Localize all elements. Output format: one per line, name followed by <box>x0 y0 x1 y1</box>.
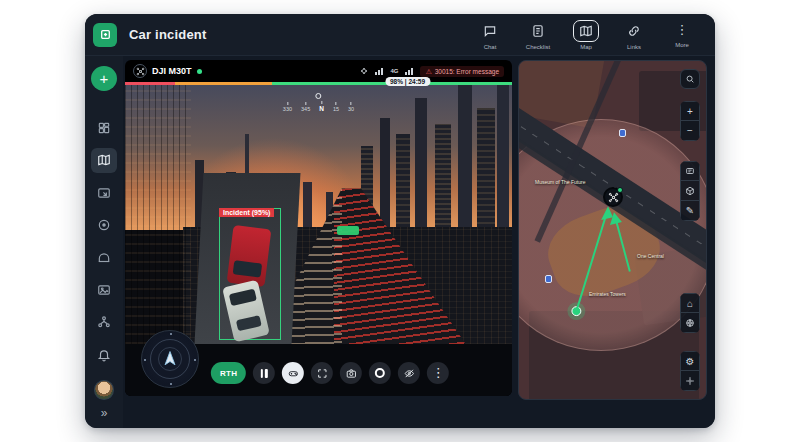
precision-move-button[interactable] <box>311 362 333 384</box>
camera-button[interactable] <box>340 362 362 384</box>
map-zoom-in-button[interactable]: + <box>680 101 700 121</box>
rth-button[interactable]: RTH <box>211 362 246 384</box>
topbar-map-button[interactable]: Map <box>567 20 605 50</box>
drone-icon <box>136 67 145 76</box>
gimbal-yaw-icon <box>315 93 321 99</box>
record-icon <box>375 368 385 378</box>
red-car <box>227 225 272 287</box>
sidebar-item-dashboard[interactable] <box>91 115 117 140</box>
screen: Car incident Chat Checklist <box>0 0 800 442</box>
topbar-actions: Chat Checklist Map <box>471 20 701 50</box>
foreground-building <box>125 85 191 344</box>
more-controls-button[interactable]: ⋮ <box>427 362 449 384</box>
kebab-icon: ⋮ <box>432 367 445 379</box>
map-search-button[interactable] <box>680 69 700 89</box>
map-layers-button[interactable] <box>680 161 700 181</box>
app-window: Car incident Chat Checklist <box>85 14 715 428</box>
logo-icon <box>99 28 112 41</box>
topbar-chat-button[interactable]: Chat <box>471 20 509 50</box>
drone-icon <box>608 192 619 203</box>
checklist-icon <box>525 20 551 42</box>
map-zoom-controls: + − <box>680 101 700 141</box>
sidebar-item-map[interactable] <box>91 148 117 173</box>
record-button[interactable] <box>369 362 391 384</box>
plus-icon: + <box>687 106 693 117</box>
video-feed-panel[interactable]: DJI M30T 4G ⚠ 30015: Error message <box>125 60 512 396</box>
vehicle-track-chip[interactable] <box>337 226 359 235</box>
pencil-icon: ✎ <box>686 205 694 216</box>
map-locate-button[interactable] <box>680 371 700 391</box>
incident-detection-box[interactable]: Incident (95%) <box>219 208 281 340</box>
sidebar: + <box>85 56 123 428</box>
topbar-checklist-button[interactable]: Checklist <box>519 20 557 50</box>
sidebar-item-media[interactable] <box>91 277 117 302</box>
page-title: Car incident <box>129 27 207 42</box>
attitude-compass[interactable] <box>141 330 199 388</box>
main-content: DJI M30T 4G ⚠ 30015: Error message <box>123 56 715 428</box>
drone-name: DJI M30T <box>152 66 192 76</box>
map-settings-group: ⚙ <box>680 351 700 391</box>
map-basemap-button[interactable] <box>680 313 700 333</box>
sidebar-item-dock[interactable] <box>91 245 117 270</box>
user-avatar[interactable] <box>94 380 114 400</box>
hide-overlay-button[interactable] <box>398 362 420 384</box>
layers-card-icon <box>685 166 695 176</box>
expand-sidebar-button[interactable]: » <box>101 406 108 420</box>
manual-control-button[interactable] <box>282 362 304 384</box>
topbar-more-button[interactable]: ⋮ More <box>663 20 701 48</box>
arrows-out-icon <box>317 368 328 379</box>
sidebar-item-organization[interactable] <box>91 310 117 335</box>
battery-progress-bar <box>125 82 512 85</box>
gps-signal-icon <box>360 67 368 75</box>
crosshair-icon <box>685 376 695 386</box>
flight-route <box>519 61 706 399</box>
battery-time-pill: 98% | 24:59 <box>385 77 430 86</box>
topbar-links-button[interactable]: Links <box>615 20 653 50</box>
home-icon: ⌂ <box>687 298 693 309</box>
map-icon <box>97 153 111 167</box>
dock-icon <box>97 251 111 265</box>
grid-icon <box>97 121 111 135</box>
lte-label: 4G <box>390 68 398 74</box>
map-zoom-out-button[interactable]: − <box>680 121 700 141</box>
add-button[interactable]: + <box>91 66 117 91</box>
sidebar-item-missions[interactable] <box>91 213 117 238</box>
app-logo[interactable] <box>93 23 117 47</box>
plus-icon: + <box>100 70 109 87</box>
topbar: Car incident Chat Checklist <box>85 14 715 56</box>
search-icon <box>685 74 695 84</box>
cast-icon <box>97 186 111 200</box>
drone-online-dot <box>617 187 623 193</box>
error-text: 30015: Error message <box>435 68 499 75</box>
map-settings-button[interactable]: ⚙ <box>680 351 700 371</box>
eye-off-icon <box>404 368 415 379</box>
heading-ticks: 330 345 N 15 30 <box>283 101 354 112</box>
org-chart-icon <box>97 315 111 329</box>
target-icon <box>97 218 111 232</box>
white-car <box>222 280 270 343</box>
error-badge[interactable]: ⚠ 30015: Error message <box>420 66 504 77</box>
map-draw-button[interactable]: ✎ <box>680 201 700 221</box>
camera-icon <box>346 368 357 379</box>
map-icon <box>573 20 599 42</box>
map-3d-button[interactable] <box>680 181 700 201</box>
sidebar-item-screen-share[interactable] <box>91 180 117 205</box>
notifications-button[interactable] <box>91 342 117 367</box>
gear-icon: ⚙ <box>686 356 695 367</box>
gamepad-icon <box>288 368 299 379</box>
minus-icon: − <box>687 125 693 136</box>
drone-map-marker[interactable] <box>603 187 623 207</box>
map-home-button[interactable]: ⌂ <box>680 293 700 313</box>
map-panel[interactable]: Museum of The Future Emirates Towers One… <box>518 60 707 400</box>
rc-signal-bars-icon <box>375 68 383 75</box>
lte-signal-bars-icon <box>405 68 413 75</box>
navigation-arrow-icon <box>160 349 180 369</box>
pause-icon <box>261 369 268 378</box>
warning-icon: ⚠ <box>425 68 431 75</box>
map-nav-group: ⌂ <box>680 293 700 333</box>
pause-button[interactable] <box>253 362 275 384</box>
media-icon <box>97 283 111 297</box>
map-rail-top <box>680 69 700 89</box>
chevrons-right-icon: » <box>101 406 108 420</box>
bell-icon <box>97 348 111 362</box>
